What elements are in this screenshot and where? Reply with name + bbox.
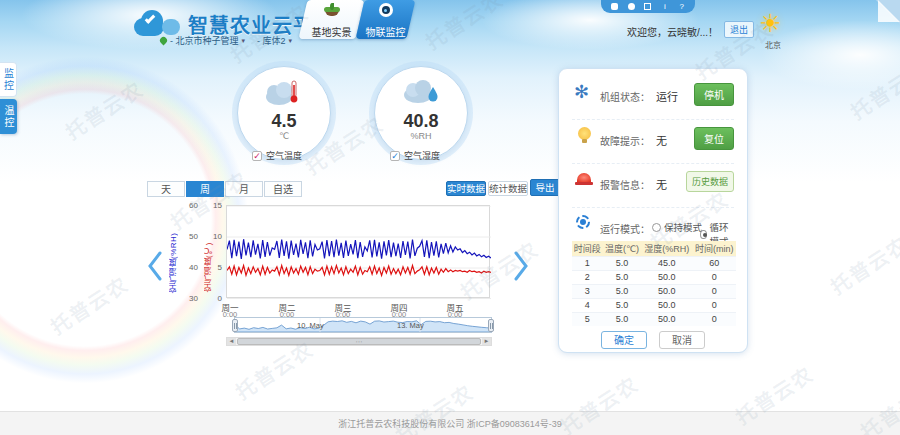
navigator-canvas (235, 318, 491, 332)
chart-navigator[interactable]: 10. May 13. May (234, 317, 492, 333)
navigator-right-handle[interactable] (488, 319, 494, 332)
webcam-icon (377, 3, 395, 19)
series-空气温度 (227, 266, 491, 276)
chevron-left-icon[interactable] (146, 250, 164, 282)
bulb-icon (578, 127, 591, 140)
humidity-gauge: 40.8 %RH (374, 66, 468, 160)
camera-icon[interactable] (628, 3, 635, 10)
table-row[interactable]: 25.050.00 (572, 270, 736, 284)
siren-icon (577, 173, 591, 182)
chevron-right-icon[interactable] (512, 250, 530, 282)
cloud-droplet-icon (400, 79, 442, 107)
info-icon[interactable]: i (661, 3, 668, 10)
y-tick: 40 (182, 263, 198, 272)
table-row[interactable]: 35.050.00 (572, 284, 736, 298)
monitor-icon[interactable] (644, 3, 651, 10)
temperature-gauge: 4.5 ℃ (237, 66, 331, 160)
location-pin-icon (159, 36, 169, 46)
location-dropdown[interactable]: - 北京市种子管理 (170, 34, 239, 47)
run-mode-row: 运行模式： 保持模式 循环模式 (572, 213, 734, 243)
chart-canvas (227, 206, 491, 299)
export-button[interactable]: 导出 (530, 179, 560, 196)
unit-status-row: ✻ 机组状态： 运行 停机 (572, 81, 734, 111)
watermark-text: 托普云农 (824, 228, 900, 300)
watermark-text: 托普云农 (844, 53, 900, 125)
period-tab-4[interactable]: 自选 (264, 181, 302, 197)
sidebar-item-temp-control[interactable]: 温控 (0, 99, 17, 134)
period-tab-1[interactable]: 天 (147, 181, 185, 197)
chart-scrollbar[interactable]: ◄ ⋯ ► (226, 337, 492, 346)
sidebar-item-monitor[interactable]: 监控 (0, 62, 17, 97)
help-icon[interactable]: ? (678, 3, 685, 10)
table-cell: 0 (692, 312, 736, 326)
hold-mode-radio[interactable]: 保持模式 (652, 220, 702, 234)
sun-icon: ☀ (759, 9, 781, 38)
tab-base-scene[interactable]: 基地实景 (298, 0, 364, 39)
humidity-axis-title: 空气湿度(%RH) (168, 213, 179, 293)
watermark-text: 托普云农 (419, 0, 509, 56)
reset-button[interactable]: 复位 (694, 127, 734, 150)
checkbox-check-icon[interactable]: ✓ (390, 151, 400, 161)
y-tick: 5 (206, 263, 222, 272)
page-corner-fold (876, 0, 900, 24)
checkbox-check-icon[interactable]: ✓ (252, 151, 262, 161)
statistics-data-button[interactable]: 统计数据 (488, 181, 528, 196)
scrollbar-right-arrow[interactable]: ► (482, 338, 491, 345)
weather-city: 北京 (757, 39, 789, 50)
humidity-unit: %RH (375, 131, 467, 141)
y-tick: 60 (182, 201, 198, 210)
fan-icon: ✻ (574, 83, 589, 101)
welcome-text: 欢迎您，云晓敏/...！ (627, 24, 718, 39)
table-cell: 5.0 (603, 312, 642, 326)
chevron-down-icon[interactable]: ▾ (242, 37, 246, 45)
cloud-thermometer-icon (263, 79, 305, 107)
radio-icon[interactable] (700, 230, 707, 239)
divider (572, 119, 734, 120)
chevron-down-icon[interactable]: ▾ (289, 37, 293, 45)
navigator-left-handle[interactable] (232, 319, 238, 332)
table-cell: 3 (572, 284, 603, 298)
air-humidity-checkbox[interactable]: ✓ 空气湿度 (390, 149, 440, 162)
series-空气湿度 (227, 239, 491, 259)
control-panel: ✻ 机组状态： 运行 停机 故障提示： 无 复位 报警信息： 无 历史数据 运行… (558, 68, 748, 353)
table-header-row: 时间段温度(℃)湿度(%RH)时间(min) (572, 241, 736, 256)
quick-toolbar: i? (601, 0, 695, 13)
divider (572, 207, 734, 208)
column-header: 温度(℃) (603, 241, 642, 256)
realtime-data-button[interactable]: 实时数据 (446, 181, 486, 196)
table-row[interactable]: 55.050.00 (572, 312, 736, 326)
divider (572, 163, 734, 164)
table-cell: 50.0 (641, 284, 692, 298)
table-row[interactable]: 45.050.00 (572, 298, 736, 312)
chat-icon[interactable] (611, 3, 618, 10)
air-temperature-checkbox[interactable]: ✓ 空气温度 (252, 149, 302, 162)
scrollbar-thumb[interactable]: ⋯ (237, 338, 481, 345)
temperature-axis-title: 空气温度(℃) (203, 216, 214, 292)
scrollbar-left-arrow[interactable]: ◄ (227, 338, 236, 345)
table-cell: 4 (572, 298, 603, 312)
table-cell: 0 (692, 270, 736, 284)
table-cell: 5.0 (603, 298, 642, 312)
table-cell: 45.0 (641, 256, 692, 270)
history-data-button[interactable]: 历史数据 (686, 171, 734, 192)
column-header: 湿度(%RH) (641, 241, 692, 256)
tab-iot-monitor[interactable]: 物联监控 (355, 0, 415, 39)
room-dropdown[interactable]: - 库体2 (257, 34, 286, 47)
radio-icon[interactable] (652, 223, 661, 232)
setpoint-table: 时间段温度(℃)湿度(%RH)时间(min)15.045.06025.050.0… (572, 241, 736, 326)
stop-button[interactable]: 停机 (694, 83, 734, 106)
table-cell: 2 (572, 270, 603, 284)
table-cell: 5 (572, 312, 603, 326)
logout-button[interactable]: 退出 (724, 21, 754, 38)
footer-copyright: 浙江托普云农科技股份有限公司 浙ICP备09083614号-39 (0, 411, 900, 435)
table-row[interactable]: 15.045.060 (572, 256, 736, 270)
period-tab-2[interactable]: 周 (186, 181, 224, 197)
period-tab-3[interactable]: 月 (225, 181, 263, 197)
table-cell: 60 (692, 256, 736, 270)
table-cell: 5.0 (603, 256, 642, 270)
mode-target-icon (576, 215, 590, 229)
column-header: 时间(min) (692, 241, 736, 256)
temperature-value: 4.5 (238, 111, 330, 131)
cancel-button[interactable]: 取消 (659, 331, 705, 349)
confirm-button[interactable]: 确定 (601, 331, 647, 349)
